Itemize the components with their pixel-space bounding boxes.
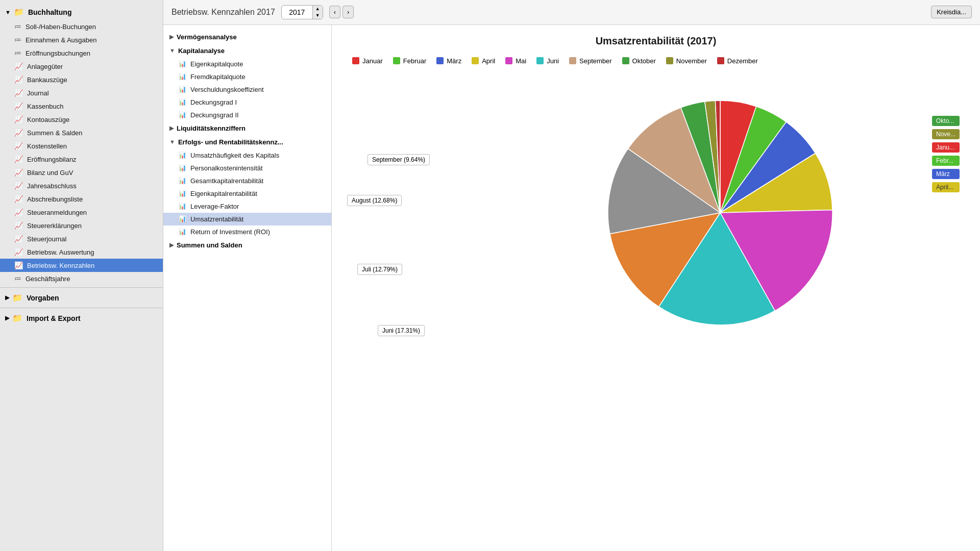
bar-chart-icon: 📊 <box>179 86 186 93</box>
sidebar-item-geschaeftsjahre[interactable]: ≔ Geschäftsjahre <box>0 272 163 285</box>
chart-icon: 📈 <box>14 155 23 163</box>
chart-icon: 📈 <box>14 221 23 230</box>
sidebar-item-einnahmen[interactable]: ≔ Einnahmen & Ausgaben <box>0 33 163 46</box>
sidebar-group-buchhaltung-header[interactable]: ▼ 📁 Buchhaltung <box>0 4 163 20</box>
sidebar: ▼ 📁 Buchhaltung ≔ Soll-/Haben-Buchungen … <box>0 0 163 551</box>
chart-title: Umsatzrentabilität (2017) <box>342 35 970 47</box>
chevron-down-icon: ▼ <box>5 9 11 15</box>
tree-header-vermogensanalyse[interactable]: ▶ Vermögensanalyse <box>163 30 331 44</box>
tree-item-fremdkapitalquote[interactable]: 📊 Fremdkapitalquote <box>163 70 331 83</box>
legend-item: November <box>666 57 707 65</box>
legend-item: Februar <box>393 57 427 65</box>
bar-chart-icon: 📊 <box>179 152 186 159</box>
sidebar-item-abschreibungsliste[interactable]: 📈 Abschreibungsliste <box>0 192 163 206</box>
tree-item-umsatzrentabilitat[interactable]: 📊 Umsatzrentabilität <box>163 213 331 226</box>
list-icon: ≔ <box>14 49 21 57</box>
januar-right-label: Janu... <box>932 142 960 153</box>
chart-icon: 📈 <box>14 142 23 150</box>
bar-chart-icon: 📊 <box>179 60 186 67</box>
tree-item-return-on-investment[interactable]: 📊 Return of Investment (ROI) <box>163 226 331 238</box>
tree-header-summen-salden[interactable]: ▶ Summen und Salden <box>163 238 331 252</box>
year-stepper: ▲ ▼ <box>312 6 323 19</box>
sidebar-item-soll-haben[interactable]: ≔ Soll-/Haben-Buchungen <box>0 20 163 33</box>
bar-chart-icon: 📊 <box>179 164 186 171</box>
year-up-button[interactable]: ▲ <box>313 6 323 12</box>
legend-item: Juni <box>536 57 559 65</box>
tree-item-deckungsgrad-2[interactable]: 📊 Deckungsgrad II <box>163 109 331 121</box>
tree-item-verschuldungskoeffizient[interactable]: 📊 Verschuldungskoeffizient <box>163 83 331 96</box>
tree-item-personalkostenintensitat[interactable]: 📊 Personalkostenintensität <box>163 162 331 174</box>
year-selector: 2017 ▲ ▼ <box>281 5 323 19</box>
topbar: Betriebsw. Kennzahlen 2017 2017 ▲ ▼ ‹ › … <box>163 0 980 25</box>
list-icon: ≔ <box>14 274 21 283</box>
chart-icon: 📈 <box>14 76 23 84</box>
year-down-button[interactable]: ▼ <box>313 12 323 19</box>
year-value: 2017 <box>282 6 312 18</box>
sidebar-group-import-export-header[interactable]: ▶ 📁 Import & Export <box>0 310 163 326</box>
sidebar-item-summen-salden[interactable]: 📈 Summen & Salden <box>0 126 163 139</box>
bar-chart-icon: 📊 <box>179 215 186 222</box>
tree-header-liquiditat[interactable]: ▶ Liquiditätskennziffern <box>163 121 331 135</box>
sidebar-item-betriebsw-kennzahlen[interactable]: 📈 Betriebsw. Kennzahlen <box>0 259 163 272</box>
sidebar-item-kostenstellen[interactable]: 📈 Kostenstellen <box>0 139 163 153</box>
sidebar-item-journal[interactable]: 📈 Journal <box>0 86 163 99</box>
tree-item-leverage-faktor[interactable]: 📊 Leverage-Faktor <box>163 200 331 213</box>
legend-item: Oktober <box>622 57 656 65</box>
tree-item-eigenkapitalrentabilitat[interactable]: 📊 Eigenkapitalrentabilität <box>163 187 331 200</box>
bar-chart-icon: 📊 <box>179 228 186 235</box>
bar-chart-icon: 📊 <box>179 177 186 184</box>
pie-chart <box>552 75 899 340</box>
legend-color <box>536 57 544 64</box>
legend-item: Mai <box>505 57 526 65</box>
chart-icon: 📈 <box>14 261 23 269</box>
chevron-right-icon: ▶ <box>169 242 174 248</box>
sidebar-item-bilanz-guv[interactable]: 📈 Bilanz und GuV <box>0 166 163 179</box>
main-content: Betriebsw. Kennzahlen 2017 2017 ▲ ▼ ‹ › … <box>163 0 980 551</box>
sidebar-item-steuerjournal[interactable]: 📈 Steuerjournal <box>0 232 163 245</box>
tree-section-kapitalanalyse: ▼ Kapitalanalyse 📊 Eigenkapitalquote 📊 F… <box>163 44 331 121</box>
legend-label: September <box>579 57 612 65</box>
sidebar-group-buchhaltung-label: Buchhaltung <box>28 8 72 16</box>
list-icon: ≔ <box>14 36 21 44</box>
sidebar-group-import-export: ▶ 📁 Import & Export <box>0 310 163 326</box>
chart-icon: 📈 <box>14 115 23 123</box>
sidebar-item-betriebsw-auswertung[interactable]: 📈 Betriebsw. Auswertung <box>0 245 163 259</box>
tree-item-deckungsgrad-1[interactable]: 📊 Deckungsgrad I <box>163 96 331 109</box>
tree-item-eigenkapitalquote[interactable]: 📊 Eigenkapitalquote <box>163 58 331 70</box>
tree-item-umsatzhaefigkeit[interactable]: 📊 Umsatzhäufigkeit des Kapitals <box>163 149 331 162</box>
chart-icon: 📈 <box>14 129 23 137</box>
legend-label: Juni <box>547 57 559 65</box>
sidebar-item-bankauszuege[interactable]: 📈 Bankauszüge <box>0 73 163 86</box>
sidebar-item-eroeffnungsbuchungen[interactable]: ≔ Eröffnungsbuchungen <box>0 46 163 60</box>
tree-header-erfolgs[interactable]: ▼ Erfolgs- und Rentabilitätskennz... <box>163 135 331 149</box>
bar-chart-icon: 📊 <box>179 203 186 210</box>
prev-button[interactable]: ‹ <box>329 6 340 18</box>
legend-color <box>569 57 576 64</box>
sidebar-item-kassenbuch[interactable]: 📈 Kassenbuch <box>0 99 163 113</box>
chart-icon: 📈 <box>14 195 23 203</box>
kreisdia-button[interactable]: Kreisdia... <box>931 6 972 18</box>
next-button[interactable]: › <box>342 6 354 18</box>
chart-icon: 📈 <box>14 182 23 190</box>
nav-buttons: ‹ › <box>329 6 354 18</box>
tree-header-kapitalanalyse[interactable]: ▼ Kapitalanalyse <box>163 44 331 58</box>
bar-chart-icon: 📊 <box>179 111 186 118</box>
legend-color <box>352 57 359 64</box>
sidebar-group-vorgaben-header[interactable]: ▶ 📁 Vorgaben <box>0 290 163 306</box>
chart-icon: 📈 <box>14 208 23 216</box>
sidebar-item-jahresabschluss[interactable]: 📈 Jahresabschluss <box>0 179 163 192</box>
sidebar-item-steueranmeldungen[interactable]: 📈 Steueranmeldungen <box>0 206 163 219</box>
sidebar-group-import-export-label: Import & Export <box>27 314 81 322</box>
tree-item-gesamtkapitalrentabilitat[interactable]: 📊 Gesamtkapitalrentabilität <box>163 174 331 187</box>
sidebar-item-steuererklarungen[interactable]: 📈 Steuererklärungen <box>0 219 163 232</box>
chart-legend: JanuarFebruarMärzAprilMaiJuniSeptemberOk… <box>342 57 970 65</box>
tree-section-vermogensanalyse: ▶ Vermögensanalyse <box>163 30 331 44</box>
bar-chart-icon: 📊 <box>179 73 186 80</box>
sidebar-item-anlagegueter[interactable]: 📈 Anlagegüter <box>0 60 163 73</box>
februar-right-label: Febr... <box>932 156 960 166</box>
sidebar-item-kontoauszuege[interactable]: 📈 Kontoauszüge <box>0 113 163 126</box>
november-right-label: Nove... <box>932 129 960 139</box>
chart-icon: 📈 <box>14 248 23 256</box>
sidebar-item-eroeffnungsbilanz[interactable]: 📈 Eröffnungsbilanz <box>0 153 163 166</box>
list-icon: ≔ <box>14 22 21 31</box>
